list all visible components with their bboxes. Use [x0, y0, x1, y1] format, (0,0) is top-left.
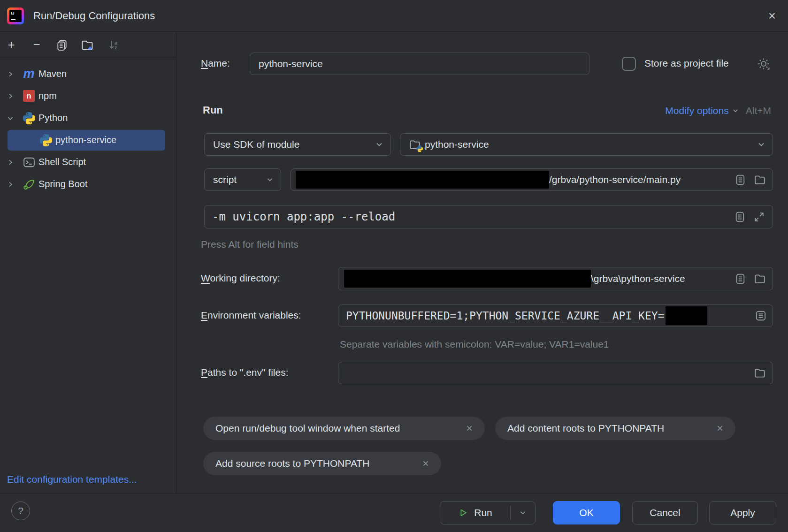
field-hint-text: Press Alt for field hints	[201, 239, 298, 250]
npm-icon: n	[23, 90, 35, 102]
cancel-button[interactable]: Cancel	[632, 501, 698, 524]
working-directory-text: \grbva\python-service	[591, 273, 685, 284]
edit-environment-variables-button[interactable]	[755, 310, 767, 322]
tree-item-label: Python	[38, 113, 68, 123]
store-settings-gear-button[interactable]	[757, 57, 771, 73]
chip-open-tool-window[interactable]: Open run/debug tool window when started …	[203, 417, 485, 440]
tree-item-label: python-service	[55, 135, 116, 145]
remove-chip-icon[interactable]: ×	[422, 458, 429, 469]
question-icon: ?	[18, 505, 23, 517]
sdk-select[interactable]: Use SDK of module	[204, 133, 391, 156]
tree-item-python-service[interactable]: python-service	[0, 129, 176, 151]
apply-button[interactable]: Apply	[709, 501, 776, 524]
environment-variables-text: PYTHONUNBUFFERED=1;PYTHON_SERVICE_AZURE_…	[346, 310, 665, 322]
store-as-project-file-label: Store as project file	[644, 58, 729, 69]
tree-item-maven[interactable]: m Maven	[0, 63, 176, 85]
remove-configuration-button[interactable]: −	[30, 38, 43, 52]
run-section-title: Run	[203, 104, 223, 116]
document-lines-icon	[734, 273, 746, 285]
remove-icon: −	[33, 38, 40, 52]
redacted-value-segment	[666, 306, 707, 325]
environment-variables-field[interactable]: PYTHONUNBUFFERED=1;PYTHON_SERVICE_AZURE_…	[338, 304, 773, 327]
selected-row-highlight[interactable]: python-service	[8, 130, 165, 151]
chip-label: Open run/debug tool window when started	[215, 423, 400, 434]
intellij-logo-icon: IJ	[7, 8, 24, 24]
insert-macros-button[interactable]	[734, 174, 746, 186]
working-directory-field[interactable]: \grbva\python-service	[338, 267, 773, 290]
modify-options-shortcut: Alt+M	[746, 105, 771, 116]
name-input[interactable]	[250, 53, 589, 75]
sidebar-toolbar: + − az	[0, 32, 176, 58]
chip-add-content-roots[interactable]: Add content roots to PYTHONPATH ×	[495, 417, 735, 440]
run-debug-configurations-dialog: IJ Run/Debug Configurations × + −	[0, 0, 788, 532]
chip-label: Add content roots to PYTHONPATH	[507, 423, 664, 434]
browse-folder-button[interactable]	[754, 273, 766, 285]
gear-icon	[757, 57, 771, 71]
working-directory-label: Working directory:	[201, 273, 280, 284]
parameters-value: -m uvicorn app:app --reload	[212, 210, 395, 223]
dialog-footer: ? Run OK Cancel Apply	[0, 494, 788, 532]
chevron-down-icon	[266, 175, 274, 184]
folder-icon	[754, 367, 766, 379]
chevron-right-icon[interactable]	[6, 180, 15, 189]
target-type-select[interactable]: script	[204, 168, 281, 191]
env-files-field[interactable]	[338, 362, 773, 384]
insert-macros-button[interactable]	[734, 273, 746, 285]
insert-macros-button[interactable]	[734, 211, 746, 223]
chevron-down-icon	[757, 140, 766, 149]
remove-chip-icon[interactable]: ×	[717, 423, 723, 434]
browse-file-button[interactable]	[754, 174, 766, 186]
tree-item-label: npm	[38, 91, 57, 101]
redacted-path-segment	[344, 270, 591, 288]
tree-item-npm[interactable]: n npm	[0, 85, 176, 107]
tree-item-spring-boot[interactable]: Spring Boot	[0, 173, 176, 195]
chevron-right-icon[interactable]	[6, 91, 15, 101]
chevron-right-icon[interactable]	[6, 158, 15, 167]
redacted-path-segment	[296, 171, 549, 189]
chip-label: Add source roots to PYTHONPATH	[215, 458, 369, 469]
chip-add-source-roots[interactable]: Add source roots to PYTHONPATH ×	[203, 452, 441, 475]
remove-chip-icon[interactable]: ×	[466, 423, 473, 434]
store-as-project-file-checkbox[interactable]	[622, 57, 636, 71]
title-bar: IJ Run/Debug Configurations ×	[0, 0, 788, 32]
configurations-tree: m Maven n npm Python	[0, 58, 176, 195]
chevron-down-icon[interactable]	[6, 114, 15, 123]
copy-icon	[56, 39, 68, 51]
modify-options-link[interactable]: Modify options	[665, 105, 739, 116]
python-icon	[39, 134, 52, 146]
browse-file-button[interactable]	[754, 367, 766, 379]
module-select[interactable]: python-service	[400, 133, 773, 156]
folder-icon	[754, 174, 766, 186]
chevron-right-icon[interactable]	[6, 69, 15, 79]
name-label: Name:	[201, 58, 230, 69]
tree-item-python[interactable]: Python	[0, 107, 176, 129]
dialog-title: Run/Debug Configurations	[33, 10, 155, 22]
new-folder-button[interactable]	[81, 38, 94, 52]
chevron-down-icon	[375, 140, 384, 149]
run-split-button[interactable]: Run	[440, 501, 536, 524]
document-lines-icon	[734, 211, 746, 223]
script-path-text: /grbva/python-service/main.py	[549, 174, 681, 185]
tree-item-label: Maven	[38, 68, 67, 79]
close-icon[interactable]: ×	[765, 8, 780, 23]
tree-item-label: Shell Script	[38, 157, 86, 167]
maven-icon: m	[23, 68, 35, 80]
sort-configurations-button[interactable]: az	[106, 38, 119, 52]
add-configuration-button[interactable]: +	[5, 38, 18, 52]
spring-icon	[23, 178, 35, 190]
run-options-dropdown[interactable]	[511, 502, 535, 524]
help-button[interactable]: ?	[11, 502, 30, 520]
edit-configuration-templates-link[interactable]: Edit configuration templates...	[7, 474, 137, 485]
parameters-field[interactable]: -m uvicorn app:app --reload	[204, 205, 773, 228]
expand-field-button[interactable]	[753, 211, 765, 223]
tree-item-shell-script[interactable]: Shell Script	[0, 151, 176, 173]
add-icon: +	[8, 38, 15, 52]
expand-icon	[753, 211, 765, 223]
copy-configuration-button[interactable]	[55, 38, 69, 52]
environment-variables-hint: Separate variables with semicolon: VAR=v…	[340, 339, 609, 350]
script-path-field[interactable]: /grbva/python-service/main.py	[291, 168, 773, 191]
ok-button[interactable]: OK	[553, 501, 620, 524]
tree-item-label: Spring Boot	[38, 179, 88, 190]
run-button[interactable]: Run	[440, 502, 510, 524]
env-files-label: Paths to ".env" files:	[201, 367, 289, 378]
